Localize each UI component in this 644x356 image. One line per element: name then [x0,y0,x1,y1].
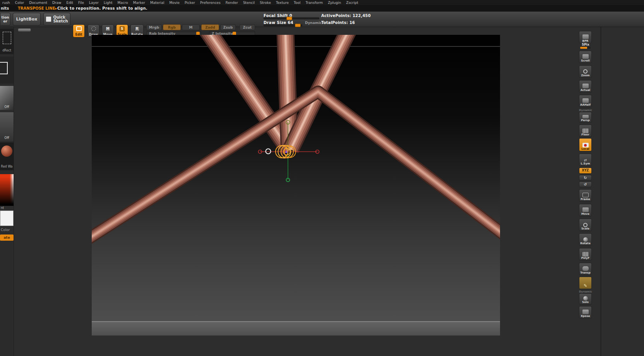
draw-size-handle[interactable] [295,24,301,27]
texture-thumbnail[interactable]: Off [0,112,14,141]
local-button[interactable]: Local [579,138,592,151]
zadd-button[interactable]: Zadd [201,24,219,30]
actual-button[interactable]: Actual [579,80,592,92]
alpha-thumbnail[interactable]: Off [0,86,14,110]
menu-brush[interactable]: rush [2,1,10,5]
active-points-stat: ActivePoints: 122,450 [321,14,371,18]
tool-thumbnail[interactable] [0,56,14,84]
menu-stroke[interactable]: Stroke [260,1,271,5]
shelf-scale-button[interactable]: Scale [579,219,592,231]
current-color-swatch[interactable] [0,211,14,226]
menu-layer[interactable]: Layer [89,1,99,5]
zcut-label: Zcut [243,26,252,29]
bpr-button[interactable]: BPR [579,31,592,43]
material-thumbnail[interactable]: Red Wa [0,142,14,170]
viewport-canvas[interactable] [92,35,500,335]
zcut-button[interactable]: Zcut [240,24,255,30]
aahalf-icon [582,98,589,103]
focal-shift-handle[interactable] [286,17,292,20]
menu-light[interactable]: Light [104,1,112,5]
menu-color[interactable]: Color [15,1,24,5]
lightbox-button[interactable]: LightBox [13,13,41,26]
floor-button[interactable]: Floor [579,125,592,137]
menu-tool[interactable]: Tool [294,1,300,5]
zadd-label: Zadd [205,26,215,29]
picker-partial-label: nt [0,206,14,210]
aahalf-button[interactable]: AAHalf [579,95,592,107]
menu-stencil[interactable]: Stencil [243,1,255,5]
lightbox-label: LightBox [16,17,38,22]
partial-orange-button[interactable]: ate [0,234,14,241]
menu-macro[interactable]: Macro [118,1,128,5]
gizmo-center-dot[interactable] [285,151,287,153]
lsym-button[interactable]: ⇄ L.Sym [579,154,592,166]
transp-icon [582,266,589,271]
polyf-grid-icon [582,252,589,257]
shelf-move-button[interactable]: Move [579,204,592,216]
frame-icon [582,193,589,197]
menu-movie[interactable]: Movie [169,1,180,5]
menu-material[interactable]: Material [150,1,164,5]
transp-button[interactable]: Transp [579,263,592,275]
bpr-label: BPR [582,39,589,43]
quick-sketch-icon [46,16,51,22]
zoom-label: Zoom [581,74,590,77]
menu-zplugin[interactable]: Zplugin [328,1,341,5]
right-tray-divider[interactable] [600,27,601,356]
dynamic-label[interactable]: Dynamic [305,21,322,25]
rotate-cw-button[interactable]: ↻ [579,175,592,181]
zoom-button[interactable]: Zoom [579,65,592,78]
menu-zscript[interactable]: Zscript [346,1,358,5]
menu-marker[interactable]: Marker [133,1,145,5]
partial-left-text: nits [1,6,9,10]
zsub-button[interactable]: Zsub [220,24,236,30]
rotate-cw-icon: ↻ [584,176,587,180]
menu-texture[interactable]: Texture [276,1,289,5]
stroke-thumbnail[interactable]: dRect [0,29,14,54]
edit-button[interactable]: Edit [73,24,85,38]
partial-toolbar-button[interactable]: tion er [0,13,10,26]
polyf-button[interactable]: PolyF [579,248,592,260]
color-picker[interactable] [0,174,14,206]
transpose-line-label[interactable]: TRANSPOSE LINE▸ [18,6,57,10]
viewport-3d[interactable] [92,35,500,335]
bpr-icon [582,34,589,39]
menu-document[interactable]: Document [29,1,47,5]
quick-sketch-button[interactable]: Quick Sketch [43,13,70,26]
menu-file[interactable]: File [78,1,84,5]
zsub-label: Zsub [223,26,233,29]
transp-label: Transp [580,271,590,274]
menu-render[interactable]: Render [226,1,238,5]
spix-slider[interactable] [580,47,591,49]
tray-resize-grip[interactable] [18,28,31,32]
rgb-button[interactable]: Rgb [163,24,181,30]
xyz-button[interactable]: XYZ [579,168,592,174]
edit-label: Edit [75,33,82,36]
menu-picker[interactable]: Picker [185,1,195,5]
scroll-button[interactable]: Scroll [579,51,592,63]
spix-label[interactable]: SPix [578,43,593,46]
frame-button[interactable]: Frame [579,189,592,202]
persp-button[interactable]: Persp [579,112,592,123]
menu-draw[interactable]: Draw [52,1,62,5]
top-toolbar: tion er LightBox Quick Sketch Edit Draw … [0,12,644,27]
gizmo-white-handle[interactable] [266,149,271,154]
shelf-rotate-button[interactable]: Rotate [579,233,592,246]
m-button[interactable]: M [182,24,200,30]
xpose-button[interactable]: Xpose [579,306,592,318]
menu-edit[interactable]: Edit [66,1,73,5]
mrgb-button[interactable]: Mrgb [146,24,162,30]
menu-transform[interactable]: Transform [305,1,323,5]
menu-preferences[interactable]: Preferences [200,1,221,5]
solo-button[interactable]: Solo [579,293,592,305]
shelf-rotate-icon [583,237,588,242]
draw-size-slider[interactable] [264,24,302,26]
solo-label: Solo [582,301,589,304]
rotate-ccw-button[interactable]: ↺ [579,181,592,187]
dynamic-persp-label: Dynamic [578,109,593,112]
scroll-hand-icon [582,54,589,59]
shelf-scale-icon [583,223,587,227]
floor-label: Floor [581,133,589,136]
dynamic-pencil-button[interactable]: ✎ [579,277,592,289]
focal-shift-slider[interactable] [264,17,319,19]
